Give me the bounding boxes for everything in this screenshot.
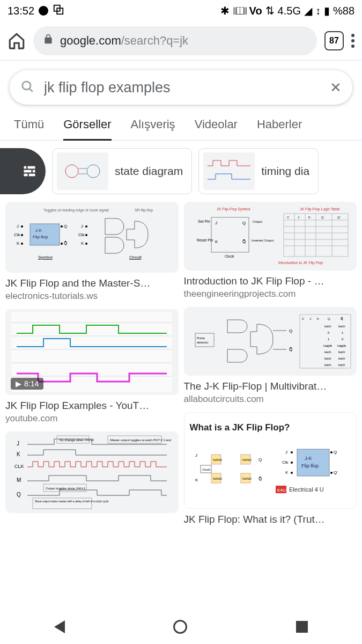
search-box[interactable]: ✕ <box>10 70 352 105</box>
svg-point-31 <box>85 225 87 228</box>
svg-text:Q̄: Q̄ <box>242 239 246 244</box>
chip-timing-diagram[interactable]: timing dia <box>198 148 319 194</box>
clock-text: 13:52 <box>8 5 34 17</box>
battery-text: %88 <box>333 5 354 17</box>
svg-text:Reset Pin: Reset Pin <box>197 238 213 242</box>
image-result[interactable]: Toggles on leading edge of clock signal … <box>5 202 179 302</box>
result-title: Introduction to JK Flip Flop - … <box>184 275 357 288</box>
result-thumbnail: JK Flip-Flop Symbol JK Flip-Flop Logic T… <box>184 202 357 270</box>
chip-state-diagram[interactable]: state diagram <box>52 148 192 194</box>
svg-text:K: K <box>81 241 84 246</box>
notification-dot-icon <box>39 6 48 16</box>
svg-text:C: C <box>287 216 290 219</box>
svg-text:C: C <box>302 317 305 320</box>
svg-text:Output toggles since J=K=1: Output toggles since J=K=1 <box>46 487 85 490</box>
filter-toggle-button[interactable] <box>0 148 46 194</box>
svg-point-33 <box>85 234 87 236</box>
result-thumbnail: What is a JK Flip Flop? NAND NAND NAND N… <box>184 412 357 509</box>
menu-button[interactable] <box>351 34 354 48</box>
search-icon <box>20 79 34 96</box>
image-result[interactable]: JK Flip-Flop Symbol JK Flip-Flop Logic T… <box>184 202 357 299</box>
svg-text:J: J <box>195 453 197 458</box>
svg-point-24 <box>21 243 23 245</box>
search-tabs: Tümü Görseller Alışveriş Videolar Haberl… <box>0 111 362 141</box>
svg-text:Q̄: Q̄ <box>289 347 292 352</box>
svg-rect-91 <box>300 314 351 368</box>
svg-text:Introduction to JK Flip Flop: Introduction to JK Flip Flop <box>278 261 323 265</box>
svg-point-129 <box>291 451 293 453</box>
tab-videos[interactable]: Videolar <box>195 118 238 140</box>
back-button[interactable] <box>54 620 65 633</box>
svg-rect-8 <box>24 174 28 177</box>
svg-rect-6 <box>24 170 32 173</box>
svg-text:J-K: J-K <box>35 228 42 233</box>
svg-text:K: K <box>285 470 289 475</box>
search-input[interactable] <box>44 79 320 96</box>
svg-text:NAND: NAND <box>242 458 252 462</box>
image-result[interactable]: What is a JK Flip Flop? NAND NAND NAND N… <box>184 412 357 526</box>
tab-switcher-button[interactable]: 87 <box>324 31 344 50</box>
tab-count-text: 87 <box>329 36 339 46</box>
translate-icon <box>53 4 64 18</box>
browser-toolbar: google.com/search?q=jk 87 <box>0 21 362 60</box>
svg-text:J: J <box>17 224 19 229</box>
svg-rect-84 <box>195 333 214 347</box>
image-result[interactable]: Pulsedetector Q Q̄ CJKQQ̄ latchlatch 01 … <box>184 307 357 405</box>
svg-text:E4U: E4U <box>277 488 286 493</box>
svg-text:Clock: Clock <box>202 468 211 471</box>
svg-rect-4 <box>24 166 27 169</box>
svg-text:Clk: Clk <box>78 232 85 237</box>
svg-text:Q̄: Q̄ <box>64 241 67 246</box>
svg-text:Q: Q <box>289 328 292 333</box>
svg-text:J: J <box>81 224 83 229</box>
tab-news[interactable]: Haberler <box>257 118 302 140</box>
svg-point-137 <box>330 472 333 474</box>
result-title: JK Flip Flop: What is it? (Trut… <box>184 513 357 526</box>
svg-point-135 <box>291 472 293 474</box>
image-result[interactable]: J K CLK M Q No change when J=K=0 Master … <box>5 431 179 513</box>
recents-button[interactable] <box>296 621 308 633</box>
svg-text:0: 0 <box>342 338 344 341</box>
svg-text:Symbol: Symbol <box>38 255 53 260</box>
svg-rect-5 <box>28 166 35 169</box>
svg-text:No change when J=K=0: No change when J=K=0 <box>60 438 94 442</box>
result-thumbnail: ▶ 8:14 <box>5 309 179 395</box>
svg-line-3 <box>29 89 32 91</box>
image-results-grid: Toggles on leading edge of clock signal … <box>0 202 362 525</box>
home-icon[interactable] <box>8 32 26 50</box>
result-title: The J-K Flip-Flop | Multivibrat… <box>184 380 357 393</box>
svg-point-131 <box>330 451 333 453</box>
lte-icon: ⇅ <box>265 4 275 17</box>
svg-text:J-K: J-K <box>305 456 312 461</box>
home-button[interactable] <box>173 620 187 634</box>
svg-text:Inverted Output: Inverted Output <box>252 239 274 242</box>
tab-images[interactable]: Görseller <box>63 118 111 141</box>
svg-text:Q: Q <box>328 317 330 320</box>
related-chips: state diagram timing dia <box>0 141 362 202</box>
tab-all[interactable]: Tümü <box>14 118 44 140</box>
svg-text:Q: Q <box>17 492 21 497</box>
svg-text:JK Flip-Flop Logic Table: JK Flip-Flop Logic Table <box>300 207 340 211</box>
result-source: electronics-tutorials.ws <box>5 291 179 302</box>
svg-text:Toggles on leading edge of clo: Toggles on leading edge of clock signal <box>43 208 109 213</box>
svg-rect-7 <box>33 170 35 173</box>
svg-text:K: K <box>317 317 319 320</box>
svg-text:toggle: toggle <box>337 344 346 347</box>
svg-text:latch: latch <box>338 363 345 367</box>
svg-text:Flip-flop: Flip-flop <box>301 463 319 469</box>
svg-text:latch: latch <box>338 350 345 354</box>
svg-text:latch: latch <box>324 363 331 367</box>
url-bar[interactable]: google.com/search?q=jk <box>33 26 317 55</box>
svg-text:J: J <box>17 441 19 447</box>
svg-text:J: J <box>285 450 287 455</box>
svg-text:Q: Q <box>258 457 262 462</box>
svg-text:Q̄: Q̄ <box>341 317 343 320</box>
image-result[interactable]: ▶ 8:14 JK Flip Flop Examples - YouT… you… <box>5 309 179 424</box>
svg-text:latch: latch <box>338 357 345 360</box>
play-icon: ▶ <box>16 379 21 388</box>
svg-text:J: J <box>298 216 299 219</box>
bluetooth-icon: ✱ <box>220 4 230 17</box>
clear-search-icon[interactable]: ✕ <box>330 79 342 96</box>
svg-text:Master output toggles at each : Master output toggles at each PGT if J a… <box>110 438 172 442</box>
tab-shopping[interactable]: Alışveriş <box>131 118 175 140</box>
